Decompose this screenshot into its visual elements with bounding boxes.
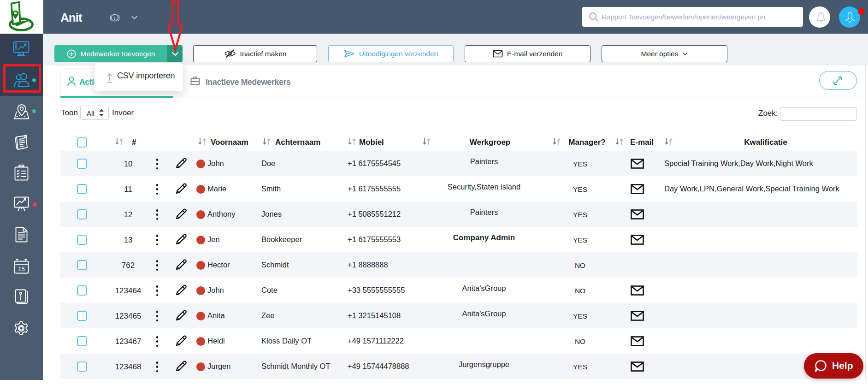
- svg-text:i: i: [114, 15, 115, 21]
- svg-text:15: 15: [18, 266, 24, 272]
